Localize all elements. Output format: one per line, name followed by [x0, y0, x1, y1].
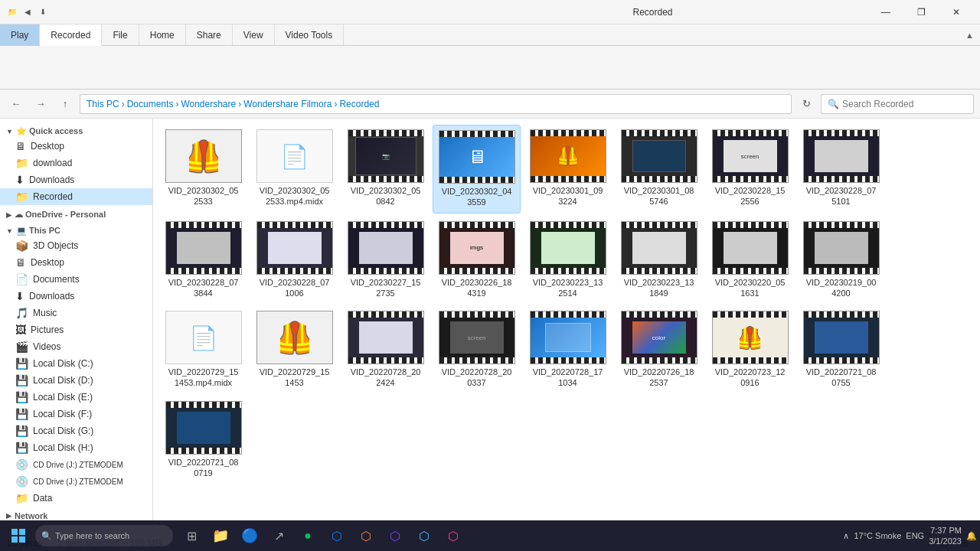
taskview-button[interactable]: ⊞: [178, 522, 205, 549]
forward-button[interactable]: →: [31, 94, 51, 114]
temp-weather: 17°C Smoke: [854, 531, 901, 540]
sidebar-item-pictures[interactable]: 🖼 Pictures: [0, 321, 152, 338]
file-item[interactable]: VID_20220721_080755: [797, 306, 885, 393]
file-item[interactable]: VID_20220728_202424: [341, 306, 430, 393]
explorer-button[interactable]: 📁: [207, 522, 234, 549]
tab-play[interactable]: Play: [0, 24, 40, 45]
file-thumbnail: [803, 129, 880, 183]
file-item[interactable]: VID_20220721_080719: [159, 396, 247, 484]
file-item[interactable]: VID_20230228_075101: [797, 125, 885, 214]
app8-button[interactable]: ⬡: [381, 522, 409, 549]
file-item[interactable]: imgs VID_20230226_184319: [433, 217, 521, 304]
path-documents[interactable]: Documents: [127, 99, 174, 109]
file-name: VID_20230228_071006: [260, 277, 330, 299]
title-bar-title: Recorded: [437, 7, 868, 18]
file-name: VID_20230228_152556: [715, 185, 786, 207]
sidebar-item-downloads2[interactable]: ⬇ Downloads: [0, 288, 152, 305]
file-item[interactable]: screen VID_20230228_152556: [706, 125, 794, 214]
window-controls: — ❐ ✕: [868, 0, 974, 24]
file-item[interactable]: 🦺 VID_20220729_151453: [250, 306, 338, 393]
tab-view[interactable]: View: [233, 24, 275, 45]
sidebar-item-documents[interactable]: 📄 Documents: [0, 271, 152, 288]
documents-icon: 📄: [15, 273, 28, 285]
sidebar-item-download[interactable]: 📁 download: [0, 155, 152, 171]
tab-recorded[interactable]: Recorded: [40, 24, 102, 46]
tray-arrow[interactable]: ∧: [843, 531, 849, 541]
app7-button[interactable]: ⬡: [352, 522, 380, 549]
sidebar-item-cdj2[interactable]: 💿 CD Drive (J:) ZTEMODEM: [0, 473, 152, 490]
arrow-button[interactable]: ↗: [265, 522, 292, 549]
start-button[interactable]: [3, 520, 34, 551]
sidebar-item-3dobjects[interactable]: 📦 3D Objects: [0, 237, 152, 254]
app6-button[interactable]: ⬡: [323, 522, 351, 549]
sidebar-item-downloads[interactable]: ⬇ Downloads: [0, 171, 152, 188]
refresh-button[interactable]: ↻: [796, 94, 816, 114]
sidebar-item-videos[interactable]: 🎬 Videos: [0, 338, 152, 355]
tab-home[interactable]: Home: [139, 24, 186, 45]
file-item[interactable]: VID_20230227_152735: [341, 217, 430, 304]
clock: 7:37 PM 3/1/2023: [929, 525, 962, 547]
sidebar-item-localh[interactable]: 💾 Local Disk (H:): [0, 439, 152, 456]
path-filmora[interactable]: Wondershare Filmora: [243, 99, 332, 109]
thispc-section[interactable]: ▼ 💻 This PC: [0, 221, 152, 237]
file-item[interactable]: VID_20230301_085746: [615, 125, 703, 214]
onedrive-section[interactable]: ▶ ☁ OneDrive - Personal: [0, 205, 152, 221]
sidebar-item-localf[interactable]: 💾 Local Disk (F:): [0, 406, 152, 422]
file-thumbnail: 🦺: [256, 311, 333, 364]
app5-button[interactable]: ●: [294, 522, 322, 549]
path-wondershare[interactable]: Wondershare: [181, 99, 236, 109]
file-item[interactable]: 🦺 VID_20230301_093224: [524, 125, 612, 214]
sidebar-item-locale[interactable]: 💾 Local Disk (E:): [0, 389, 152, 406]
sidebar-item-cdj1[interactable]: 💿 CD Drive (J:) ZTEMODEM: [0, 456, 152, 473]
search-box[interactable]: 🔍: [821, 94, 974, 114]
tab-file[interactable]: File: [102, 24, 139, 45]
chrome-button[interactable]: 🔵: [236, 522, 263, 549]
address-path[interactable]: This PC › Documents › Wondershare › Wond…: [80, 94, 792, 114]
file-name: VID_20220721_080719: [168, 457, 239, 479]
sidebar-item-data[interactable]: 📁 Data: [0, 490, 152, 507]
sidebar-item-desktop2[interactable]: 🖥 Desktop: [0, 254, 152, 271]
notification-icon[interactable]: 🔔: [966, 531, 977, 541]
file-item[interactable]: VID_20230223_132514: [524, 217, 612, 304]
quick-access-section[interactable]: ▼ ⭐ Quick access: [0, 122, 152, 138]
file-item[interactable]: VID_20220728_171034: [524, 306, 612, 393]
minimize-button[interactable]: —: [868, 0, 903, 24]
file-item[interactable]: VID_20230228_071006: [250, 217, 338, 304]
file-item[interactable]: screen VID_20220728_200337: [433, 306, 521, 393]
file-item[interactable]: VID_20230220_051631: [706, 217, 794, 304]
search-input[interactable]: [842, 99, 967, 109]
file-name: VID_20220728_200337: [442, 367, 512, 389]
app10-button[interactable]: ⬡: [439, 522, 467, 549]
close-button[interactable]: ✕: [939, 0, 974, 24]
file-item[interactable]: 🖥 VID_20230302_043559: [433, 125, 521, 214]
network-section[interactable]: ▶ Network: [0, 507, 152, 522]
path-thispc[interactable]: This PC: [87, 99, 119, 109]
sidebar-item-locald[interactable]: 💾 Local Disk (D:): [0, 372, 152, 389]
sidebar-item-localg[interactable]: 💾 Local Disk (G:): [0, 422, 152, 439]
back-button[interactable]: ←: [6, 94, 26, 114]
maximize-button[interactable]: ❐: [903, 0, 939, 24]
file-item[interactable]: VID_20230228_073844: [159, 217, 247, 304]
app9-button[interactable]: ⬡: [410, 522, 438, 549]
sidebar-item-desktop[interactable]: 🖥 Desktop: [0, 138, 152, 155]
sidebar-item-recorded[interactable]: 📁 Recorded: [0, 188, 152, 205]
sidebar-item-localc[interactable]: 💾 Local Disk (C:): [0, 355, 152, 372]
file-item[interactable]: VID_20230219_004200: [797, 217, 885, 304]
file-item[interactable]: 📄 VID_20220729_151453.mp4.midx: [159, 306, 247, 393]
taskbar-search[interactable]: 🔍 Type here to search: [35, 525, 173, 546]
sidebar-label-recorded: Recorded: [33, 191, 73, 202]
file-item[interactable]: VID_20230223_131849: [615, 217, 703, 304]
tab-share[interactable]: Share: [186, 24, 233, 45]
sidebar-item-music[interactable]: 🎵 Music: [0, 305, 152, 321]
3dobjects-icon: 📦: [15, 240, 28, 252]
file-item[interactable]: color VID_20220726_182537: [615, 306, 703, 393]
tab-video-tools[interactable]: Video Tools: [275, 24, 345, 45]
sidebar-label-documents: Documents: [33, 274, 80, 285]
file-item[interactable]: 📷 VID_20230302_050842: [341, 125, 430, 214]
file-name: VID_20220723_120916: [715, 367, 786, 389]
file-item[interactable]: 🦺 VID_20220723_120916: [706, 306, 794, 393]
file-item[interactable]: 🦺 VID_20230302_052533: [159, 125, 247, 214]
up-button[interactable]: ↑: [55, 94, 75, 114]
file-item[interactable]: 📄 VID_20230302_052533.mp4.midx: [250, 125, 338, 214]
path-recorded[interactable]: Recorded: [339, 99, 379, 109]
